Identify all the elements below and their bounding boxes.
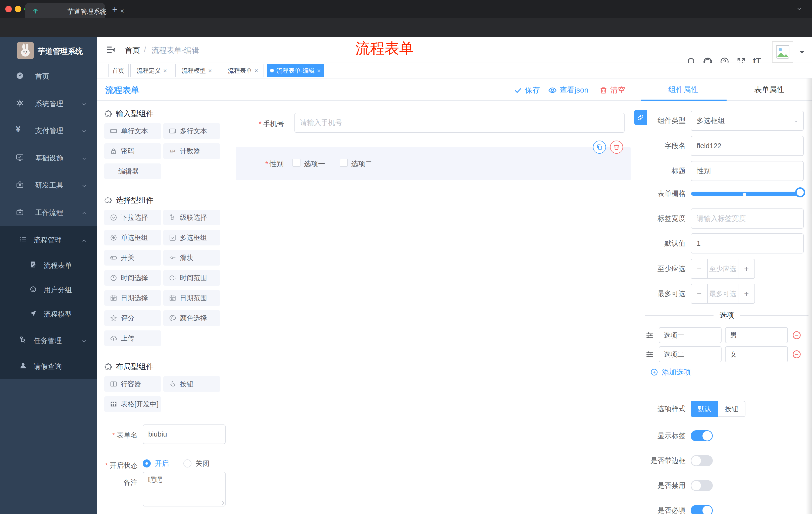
title-input[interactable] bbox=[691, 161, 804, 181]
clear-button[interactable]: 清空 bbox=[599, 85, 625, 95]
sidebar-item-payment[interactable]: ¥ 支付管理 bbox=[0, 120, 97, 140]
max-select-row: 最多可选 − 最多可选 + bbox=[644, 283, 808, 304]
option2-value-input[interactable] bbox=[725, 346, 788, 362]
radio-checked-icon[interactable] bbox=[143, 459, 151, 467]
sidebar-item-home[interactable]: 首页 bbox=[0, 65, 97, 86]
component-single-text[interactable]: 单行文本 bbox=[104, 123, 161, 139]
copy-component-button[interactable] bbox=[593, 141, 606, 154]
tab-close-icon[interactable]: × bbox=[120, 7, 124, 15]
max-select-value[interactable]: 最多可选 bbox=[707, 284, 738, 303]
component-color-picker[interactable]: 颜色选择 bbox=[163, 310, 220, 326]
sidebar-item-process-model[interactable]: 流程模型 bbox=[0, 303, 97, 324]
remove-option-icon[interactable] bbox=[792, 330, 802, 340]
avatar-caret-icon[interactable] bbox=[799, 51, 805, 56]
component-time-range[interactable]: 时间范围 bbox=[163, 270, 220, 286]
breadcrumb-home[interactable]: 首页 bbox=[125, 45, 140, 56]
component-date-range[interactable]: 日期范围 bbox=[163, 290, 220, 306]
gender-checkbox-2[interactable] bbox=[340, 159, 348, 167]
component-switch[interactable]: 开关 bbox=[104, 250, 161, 266]
component-time-picker[interactable]: 时间选择 bbox=[104, 270, 161, 286]
component-radio-group[interactable]: 单选框组 bbox=[104, 230, 161, 245]
option1-value-input[interactable] bbox=[725, 327, 788, 343]
component-checkbox-group[interactable]: 多选框组 bbox=[163, 230, 220, 245]
drag-handle-icon[interactable] bbox=[645, 350, 654, 359]
tab-form-props[interactable]: 表单属性 bbox=[754, 84, 784, 95]
window-chevron-icon[interactable] bbox=[796, 5, 803, 12]
gender-checkbox-1[interactable] bbox=[292, 159, 300, 167]
option-style-default[interactable]: 默认 bbox=[691, 401, 718, 417]
form-name-input[interactable] bbox=[143, 425, 226, 444]
status-radio-on[interactable]: 开启 bbox=[143, 459, 169, 468]
resize-handle[interactable] bbox=[220, 501, 224, 505]
min-select-value[interactable]: 至少应选 bbox=[707, 259, 738, 278]
stepper-plus-button[interactable]: + bbox=[738, 259, 754, 278]
component-select[interactable]: 下拉选择 bbox=[104, 210, 161, 225]
sidebar-collapse-icon[interactable] bbox=[106, 45, 116, 55]
field-name-input[interactable] bbox=[691, 136, 804, 156]
component-editor[interactable]: 编辑器 bbox=[104, 163, 161, 179]
sidebar-item-task-mgmt[interactable]: 任务管理 bbox=[0, 330, 97, 350]
slider-handle[interactable] bbox=[795, 187, 805, 197]
sidebar-item-devtools[interactable]: 研发工具 bbox=[0, 174, 97, 195]
drag-handle-icon[interactable] bbox=[645, 331, 654, 340]
component-counter[interactable]: 计数器 bbox=[163, 143, 220, 159]
sidebar-item-process-form[interactable]: 流程表单 bbox=[0, 255, 97, 275]
radio-unchecked-icon[interactable] bbox=[183, 459, 192, 467]
component-row-container[interactable]: 行容器 bbox=[104, 376, 161, 392]
tag-close-icon[interactable]: × bbox=[317, 67, 321, 74]
form-remark-textarea[interactable]: 嘿嘿 bbox=[143, 472, 226, 507]
border-toggle[interactable] bbox=[691, 455, 713, 466]
tag-process-model[interactable]: 流程模型× bbox=[175, 64, 218, 77]
stepper-minus-button[interactable]: − bbox=[691, 259, 707, 278]
sidebar-item-user-group[interactable]: 用户分组 bbox=[0, 279, 97, 299]
browser-tab[interactable]: 芋道管理系统 × bbox=[25, 3, 105, 18]
form-grid-slider[interactable] bbox=[691, 184, 803, 204]
add-option-button[interactable]: 添加选项 bbox=[650, 367, 691, 377]
option2-label-input[interactable] bbox=[659, 346, 722, 362]
status-radio-off[interactable]: 关闭 bbox=[183, 459, 209, 468]
sidebar-item-infra[interactable]: 基础设施 bbox=[0, 147, 97, 167]
sidebar-item-leave-query[interactable]: 请假查询 bbox=[0, 356, 97, 376]
sidebar-item-workflow[interactable]: 工作流程 bbox=[0, 202, 97, 222]
slider-track[interactable] bbox=[691, 192, 802, 196]
component-upload[interactable]: 上传 bbox=[104, 330, 161, 346]
view-json-button[interactable]: 查看json bbox=[548, 85, 588, 95]
sidebar-item-system[interactable]: 系统管理 bbox=[0, 93, 97, 113]
label-width-input[interactable] bbox=[691, 209, 804, 228]
component-cascader[interactable]: 级联选择 bbox=[163, 210, 220, 225]
disabled-toggle[interactable] bbox=[691, 480, 713, 491]
show-label-toggle[interactable] bbox=[691, 430, 713, 441]
component-date-picker[interactable]: 日期选择 bbox=[104, 290, 161, 306]
tag-process-form[interactable]: 流程表单× bbox=[222, 64, 264, 77]
component-type-select[interactable]: 多选框组 bbox=[691, 111, 804, 131]
option1-label-input[interactable] bbox=[659, 327, 722, 343]
component-button[interactable]: 按钮 bbox=[163, 376, 220, 392]
delete-component-button[interactable] bbox=[610, 141, 623, 154]
mac-minimize-button[interactable] bbox=[15, 6, 21, 12]
tag-process-definition[interactable]: 流程定义× bbox=[130, 64, 173, 77]
selected-component[interactable]: *性别 选项一 选项二 bbox=[236, 147, 631, 180]
new-tab-button[interactable]: + bbox=[112, 4, 118, 15]
tab-component-props[interactable]: 组件属性 bbox=[668, 84, 698, 95]
tag-close-icon[interactable]: × bbox=[163, 67, 167, 74]
phone-field-input[interactable] bbox=[294, 113, 625, 133]
tag-close-icon[interactable]: × bbox=[255, 67, 258, 74]
avatar[interactable] bbox=[772, 41, 793, 63]
default-value-input[interactable] bbox=[691, 233, 804, 253]
option-style-button[interactable]: 按钮 bbox=[718, 401, 746, 417]
mac-close-button[interactable] bbox=[5, 6, 12, 12]
component-multi-text[interactable]: 多行文本 bbox=[163, 123, 220, 139]
tag-process-form-edit[interactable]: 流程表单-编辑× bbox=[267, 64, 324, 77]
required-toggle[interactable] bbox=[691, 505, 713, 514]
remove-option-icon[interactable] bbox=[792, 350, 802, 359]
sidebar-item-process-mgmt[interactable]: 流程管理 bbox=[0, 229, 97, 249]
stepper-minus-button[interactable]: − bbox=[691, 284, 707, 303]
tag-home[interactable]: 首页 bbox=[108, 64, 128, 77]
stepper-plus-button[interactable]: + bbox=[738, 284, 754, 303]
save-button[interactable]: 保存 bbox=[514, 85, 540, 95]
component-rate[interactable]: 评分 bbox=[104, 310, 161, 326]
component-table-dev[interactable]: 表格[开发中] bbox=[104, 396, 161, 412]
component-password[interactable]: 密码 bbox=[104, 143, 161, 159]
tag-close-icon[interactable]: × bbox=[208, 67, 212, 74]
component-slider[interactable]: 滑块 bbox=[163, 250, 220, 266]
